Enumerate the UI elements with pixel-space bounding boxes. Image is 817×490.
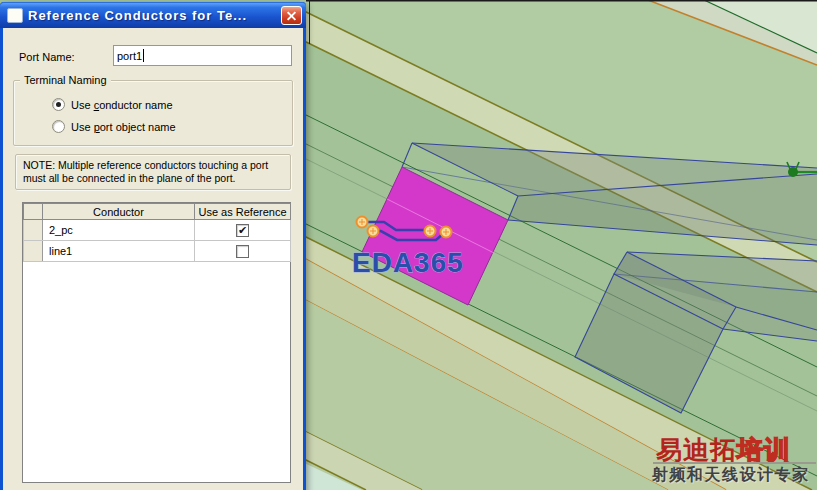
use-as-reference-checkbox[interactable] — [236, 245, 249, 258]
table-row[interactable]: line1 — [24, 241, 291, 262]
row-selector[interactable] — [24, 220, 43, 241]
port-name-label: Port Name: — [19, 51, 75, 63]
conductor-column-header[interactable]: Conductor — [43, 204, 195, 220]
radio-use-port-object-name[interactable]: Use port object name — [52, 120, 176, 133]
port-name-input[interactable]: port1 — [113, 45, 292, 66]
table-row[interactable]: 2_pc ✔ — [24, 220, 291, 241]
watermark-divider — [653, 462, 816, 464]
conductor-cell[interactable]: line1 — [43, 241, 195, 262]
note-box: NOTE: Multiple reference conductors touc… — [15, 154, 291, 190]
terminal-naming-group — [13, 80, 293, 146]
table-header-row: Conductor Use as Reference — [24, 204, 291, 220]
application-window: EDA365 易迪拓培训 射频和天线设计专家 Reference Conduct… — [0, 0, 817, 490]
conductor-cell[interactable]: 2_pc — [43, 220, 195, 241]
use-as-reference-checkbox[interactable]: ✔ — [236, 224, 249, 237]
window-icon — [7, 8, 23, 23]
terminal-naming-legend: Terminal Naming — [20, 74, 111, 86]
radio-label[interactable]: Use port object name — [71, 121, 176, 133]
port-name-value: port1 — [117, 50, 142, 62]
row-selector[interactable] — [24, 241, 43, 262]
conductor-table: Conductor Use as Reference 2_pc ✔ line1 — [22, 202, 291, 483]
dialog-titlebar[interactable]: Reference Conductors for Te... — [0, 2, 306, 28]
radio-selected-icon[interactable] — [52, 98, 65, 111]
site-watermark-subtitle: 射频和天线设计专家 — [652, 465, 810, 486]
reference-conductors-dialog: Reference Conductors for Te... Port Name… — [0, 2, 306, 490]
dialog-title: Reference Conductors for Te... — [28, 8, 247, 23]
watermark-solid-text: 易迪拓 — [656, 435, 737, 465]
radio-use-conductor-name[interactable]: Use conductor name — [52, 98, 173, 111]
viewport-top-edge — [306, 0, 817, 2]
watermark-hollow-text: 培训 — [737, 435, 791, 465]
eda365-watermark: EDA365 — [352, 247, 464, 278]
radio-label[interactable]: Use conductor name — [71, 99, 173, 111]
radio-unselected-icon[interactable] — [52, 120, 65, 133]
close-button[interactable] — [281, 6, 302, 25]
use-as-reference-column-header[interactable]: Use as Reference — [195, 204, 291, 220]
row-selector-header — [24, 204, 43, 220]
text-caret — [143, 49, 144, 62]
